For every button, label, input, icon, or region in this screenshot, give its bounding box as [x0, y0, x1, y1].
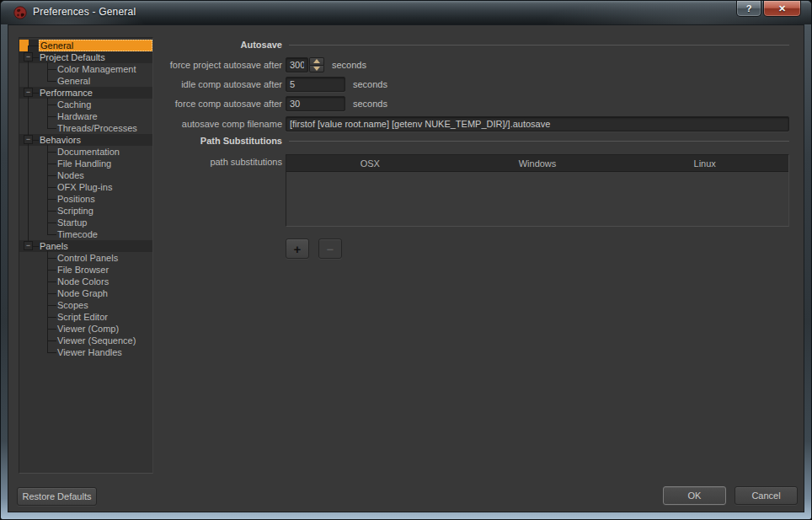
path-substitutions-section-header: Path Substitutions [8, 136, 282, 146]
sidebar-item-label: Nodes [57, 170, 84, 180]
nuke-app-icon [13, 6, 27, 19]
cancel-button[interactable]: Cancel [735, 486, 798, 505]
tree-connector-line [47, 199, 56, 200]
spinner-up-icon[interactable] [309, 57, 324, 65]
sidebar-item-label: Scopes [57, 300, 88, 310]
tree-connector-line [47, 317, 56, 318]
path-substitutions-section-divider [289, 141, 789, 142]
sidebar-item-scopes[interactable]: Scopes [19, 299, 152, 311]
ok-button[interactable]: OK [663, 486, 726, 505]
sidebar-item-label: Positions [57, 194, 95, 204]
tree-connector-line [47, 152, 56, 153]
idle-comp-autosave-after-input[interactable] [286, 77, 345, 92]
sidebar-item-node-colors[interactable]: Node Colors [19, 276, 152, 287]
autosave-section-header: Autosave [8, 40, 282, 50]
sidebar-item-file-browser[interactable]: File Browser [19, 264, 152, 276]
sidebar-item-node-graph[interactable]: Node Graph [19, 287, 152, 299]
seconds-suffix-label: seconds [353, 99, 387, 109]
help-icon: ? [746, 4, 752, 13]
sidebar-item-label: Scripting [57, 206, 93, 216]
sidebar-item-viewer-comp[interactable]: Viewer (Comp) [19, 323, 152, 335]
sidebar-item-label: Timecode [57, 229, 98, 239]
tree-connector-line [47, 251, 48, 352]
sidebar-item-startup[interactable]: Startup [19, 217, 152, 228]
sidebar-item-label: Documentation [57, 147, 120, 157]
tree-connector-line [47, 187, 56, 188]
tree-connector-line [47, 352, 56, 353]
sidebar-item-nodes[interactable]: Nodes [19, 169, 152, 181]
sidebar-item-documentation[interactable]: Documentation [19, 146, 152, 158]
sidebar-item-label: OFX Plug-ins [57, 182, 112, 192]
sidebar-item-scripting[interactable]: Scripting [19, 205, 152, 217]
sidebar-item-label: Script Editor [57, 312, 108, 322]
sidebar-item-control-panels[interactable]: Control Panels [19, 252, 152, 264]
window-title: Preferences - General [33, 6, 136, 18]
tree-connector-line [28, 46, 29, 246]
seconds-suffix-label: seconds [332, 60, 366, 70]
force-project-autosave-after-spinner [309, 57, 324, 72]
sidebar-item-label: Node Colors [57, 276, 109, 287]
sidebar-item-label: Viewer (Sequence) [57, 335, 136, 346]
tree-connector-line [47, 281, 56, 282]
column-header-windows[interactable]: Windows [454, 155, 622, 171]
caption-buttons: ? ✕ [736, 1, 801, 17]
tree-connector-line [47, 234, 56, 235]
titlebar[interactable]: Preferences - General ? ✕ [1, 1, 811, 24]
sidebar-item-label: File Browser [57, 265, 109, 275]
path-substitutions-label: path substitutions [8, 157, 282, 167]
tree-connector-line [47, 340, 56, 341]
sidebar-item-label: Node Graph [57, 288, 108, 298]
tree-connector-line [47, 293, 56, 294]
tree-connector-line [47, 258, 56, 259]
tree-connector-line [47, 211, 56, 212]
tree-connector-line [47, 222, 56, 223]
sidebar-item-ofx-plug-ins[interactable]: OFX Plug-ins [19, 181, 152, 193]
tree-connector-line [47, 305, 56, 306]
sidebar-item-panels[interactable]: Panels [19, 240, 152, 252]
sidebar-item-viewer-sequence[interactable]: Viewer (Sequence) [19, 335, 152, 346]
path-substitutions-table-header: OSX Windows Linux [286, 155, 788, 172]
autosave-filename-label: autosave comp filename [8, 119, 282, 129]
preferences-window: Preferences - General ? ✕ GeneralProject… [0, 0, 812, 520]
restore-defaults-button[interactable]: Restore Defaults [17, 487, 97, 506]
seconds-suffix-label: seconds [353, 79, 387, 89]
column-header-linux[interactable]: Linux [621, 155, 788, 171]
sidebar-item-label: Startup [57, 217, 87, 228]
idle-comp-autosave-after-label: idle comp autosave after [8, 79, 282, 89]
sidebar-item-viewer-handles[interactable]: Viewer Handles [19, 346, 152, 358]
tree-connector-line [47, 270, 56, 271]
force-project-autosave-after-label: force project autosave after [8, 60, 282, 70]
autosave-section-divider [289, 45, 789, 46]
sidebar-item-positions[interactable]: Positions [19, 193, 152, 205]
sidebar-item-label: Panels [40, 241, 68, 251]
path-substitutions-table-body[interactable] [286, 172, 788, 226]
sidebar-item-script-editor[interactable]: Script Editor [19, 311, 152, 323]
close-button[interactable]: ✕ [763, 1, 801, 17]
tree-connector-line [47, 175, 56, 176]
sidebar-item-label: Viewer (Comp) [57, 324, 119, 334]
tree-connector-line [47, 329, 56, 330]
sidebar-item-label: Control Panels [57, 253, 118, 263]
sidebar-item-label: Viewer Handles [57, 347, 122, 357]
tree-connector-line [47, 116, 56, 117]
remove-path-substitution-button[interactable]: − [318, 239, 342, 259]
column-header-osx[interactable]: OSX [286, 155, 454, 171]
spinner-down-icon[interactable] [309, 65, 324, 73]
add-path-substitution-button[interactable]: + [286, 239, 309, 259]
path-substitutions-table[interactable]: OSX Windows Linux [286, 154, 789, 227]
dialog-body: GeneralProject DefaultsColor ManagementG… [8, 24, 804, 512]
autosave-filename-input[interactable] [286, 116, 789, 131]
force-comp-autosave-after-input[interactable] [286, 96, 345, 111]
force-comp-autosave-after-label: force comp autosave after [8, 99, 282, 109]
collapse-expander-icon[interactable]: − [24, 241, 33, 250]
close-icon: ✕ [778, 4, 786, 13]
help-button[interactable]: ? [736, 1, 761, 17]
force-project-autosave-after-input[interactable] [286, 57, 308, 72]
sidebar-item-timecode[interactable]: Timecode [19, 228, 152, 240]
